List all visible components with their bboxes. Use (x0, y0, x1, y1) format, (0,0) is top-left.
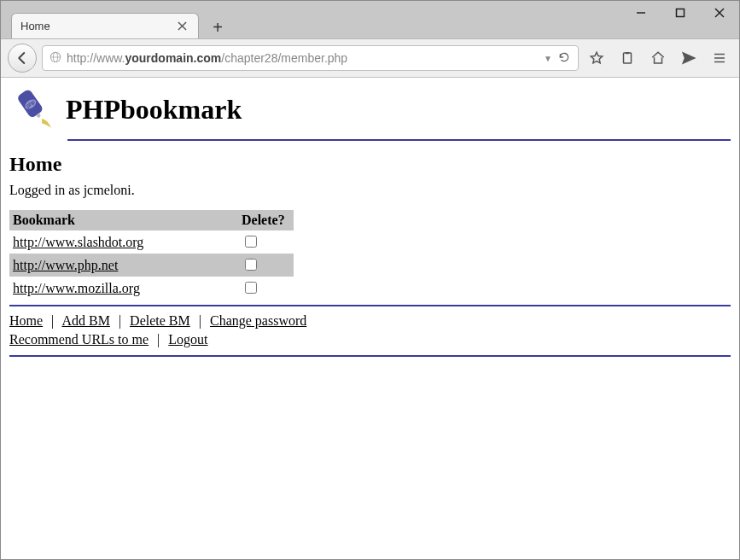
app-logo: php (9, 85, 59, 134)
svg-rect-10 (626, 52, 630, 54)
separator: | (46, 313, 59, 328)
new-tab-button[interactable]: + (206, 16, 230, 38)
footer-link-home[interactable]: Home (9, 313, 43, 328)
browser-toolbar: http://www.yourdomain.com/chapter28/memb… (1, 38, 739, 78)
footer-link-change-password[interactable]: Change password (210, 313, 306, 328)
url-domain: yourdomain.com (125, 51, 221, 65)
menu-icon[interactable] (707, 45, 732, 71)
browser-tab[interactable]: Home (11, 13, 199, 38)
back-button[interactable] (8, 44, 37, 73)
svg-rect-1 (677, 9, 685, 17)
home-icon[interactable] (645, 45, 671, 71)
delete-checkbox[interactable] (245, 282, 257, 294)
minimize-button[interactable] (621, 1, 661, 25)
url-text: http://www.yourdomain.com/chapter28/memb… (67, 51, 539, 65)
table-row: http://www.mozilla.org (9, 277, 294, 300)
tab-title: Home (20, 20, 174, 32)
bookmark-table: Bookmark Delete? http://www.slashdot.org… (9, 210, 294, 300)
app-header: php PHPbookmark (9, 85, 731, 134)
clipboard-icon[interactable] (615, 45, 640, 71)
table-row: http://www.slashdot.org (9, 230, 294, 254)
reload-button[interactable] (557, 50, 571, 67)
separator: | (114, 313, 126, 328)
browser-window: Home + http://www.yourdomain.com/chapter… (0, 0, 740, 560)
bookmark-link[interactable]: http://www.php.net (13, 258, 118, 272)
col-header-bookmark: Bookmark (9, 210, 238, 230)
col-header-delete: Delete? (238, 210, 294, 230)
delete-checkbox[interactable] (245, 259, 257, 271)
page-heading: Home (9, 153, 731, 176)
divider (67, 139, 731, 141)
separator: | (194, 313, 207, 328)
url-dropdown-icon[interactable]: ▼ (544, 54, 552, 63)
bookmark-link[interactable]: http://www.mozilla.org (13, 281, 140, 295)
svg-rect-9 (624, 53, 632, 63)
footer-nav: Home | Add BM | Delete BM | Change passw… (9, 312, 731, 350)
separator: | (152, 332, 165, 347)
tab-close-button[interactable] (174, 19, 189, 34)
url-path: /chapter28/member.php (221, 51, 347, 65)
footer-link-add-bm[interactable]: Add BM (61, 313, 109, 328)
bookmark-star-icon[interactable] (584, 45, 609, 71)
divider (9, 305, 731, 306)
footer-link-delete-bm[interactable]: Delete BM (130, 313, 190, 328)
close-window-button[interactable] (700, 1, 739, 25)
table-row: http://www.php.net (9, 254, 294, 277)
bookmark-link[interactable]: http://www.slashdot.org (13, 235, 143, 249)
page-viewport: php PHPbookmark Home Logged in as jcmelo… (1, 78, 739, 559)
footer-link-recommend[interactable]: Recommend URLs to me (9, 332, 149, 347)
url-bar[interactable]: http://www.yourdomain.com/chapter28/memb… (42, 45, 579, 71)
divider (9, 355, 731, 357)
app-title: PHPbookmark (66, 94, 242, 125)
delete-checkbox[interactable] (245, 236, 257, 248)
tab-strip: Home + (11, 9, 230, 38)
window-controls (621, 1, 739, 25)
login-status: Logged in as jcmeloni. (9, 183, 731, 198)
globe-icon (50, 51, 61, 66)
send-plane-icon[interactable] (676, 45, 702, 71)
footer-link-logout[interactable]: Logout (168, 332, 207, 347)
maximize-button[interactable] (661, 1, 700, 25)
url-prefix: http://www. (67, 51, 125, 65)
